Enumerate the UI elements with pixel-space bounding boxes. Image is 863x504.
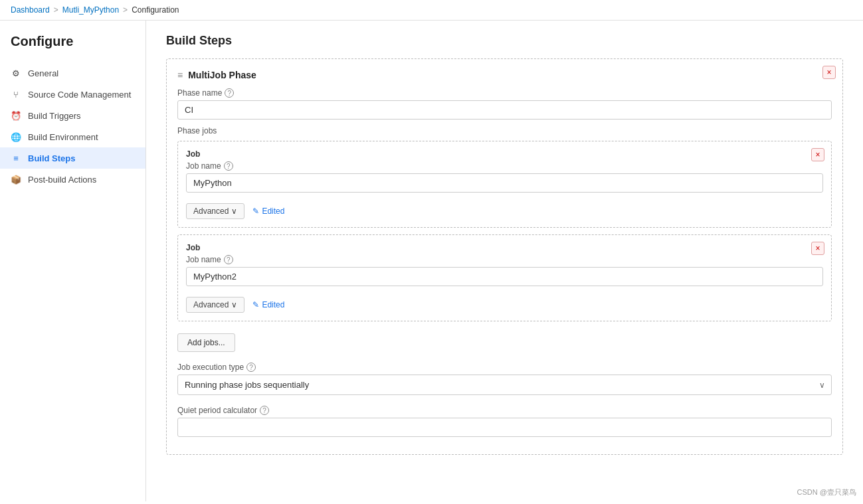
job2-edited-link[interactable]: ✎ Edited bbox=[252, 300, 284, 309]
job1-advanced-label: Advanced bbox=[193, 207, 229, 216]
phase-name-label: Phase name ? bbox=[177, 88, 832, 98]
job1-chevron-down-icon: ∨ bbox=[231, 207, 237, 216]
job2-advanced-label: Advanced bbox=[193, 300, 229, 309]
sidebar-item-build-triggers-label: Build Triggers bbox=[28, 111, 80, 121]
breadcrumb-sep-2: > bbox=[123, 5, 128, 15]
job1-title: Job bbox=[186, 149, 823, 159]
drag-icon: ≡ bbox=[177, 70, 183, 80]
job2-close-button[interactable]: × bbox=[811, 242, 824, 255]
breadcrumb-current: Configuration bbox=[132, 5, 179, 15]
job2-name-help-icon[interactable]: ? bbox=[224, 255, 233, 264]
phase-label: MultiJob Phase bbox=[188, 70, 256, 80]
job1-edited-label: Edited bbox=[262, 207, 284, 216]
quiet-period-label: Quiet period calculator ? bbox=[177, 406, 832, 415]
quiet-period-input[interactable] bbox=[177, 418, 832, 437]
execution-type-help-icon[interactable]: ? bbox=[246, 363, 256, 372]
sidebar-title: Configure bbox=[0, 34, 145, 62]
sidebar-item-build-environment-label: Build Environment bbox=[28, 132, 98, 142]
job2-name-label: Job name ? bbox=[186, 255, 823, 264]
sidebar-item-general-label: General bbox=[28, 68, 58, 78]
execution-type-select-wrapper: Running phase jobs sequentially Running … bbox=[177, 375, 832, 395]
breadcrumb: Dashboard > Mutli_MyPython > Configurati… bbox=[0, 0, 863, 21]
branch-icon: ⑂ bbox=[11, 89, 21, 100]
job2-title: Job bbox=[186, 243, 823, 252]
job1-close-button[interactable]: × bbox=[811, 148, 824, 161]
quiet-period-help-icon[interactable]: ? bbox=[260, 406, 269, 415]
quiet-period-section: Quiet period calculator ? bbox=[177, 406, 832, 444]
sidebar-item-build-triggers[interactable]: ⏰ Build Triggers bbox=[0, 105, 145, 126]
sidebar-item-build-environment[interactable]: 🌐 Build Environment bbox=[0, 126, 145, 147]
clock-icon: ⏰ bbox=[11, 110, 21, 121]
sidebar-item-post-build-label: Post-build Actions bbox=[28, 175, 96, 185]
phase-name-input[interactable] bbox=[177, 100, 832, 120]
section-title: Build Steps bbox=[166, 34, 843, 48]
job1-edited-link[interactable]: ✎ Edited bbox=[252, 207, 284, 216]
phase-close-button[interactable]: × bbox=[822, 66, 836, 79]
job-card-1: × Job Job name ? Advanced ∨ ✎ Edited bbox=[177, 141, 832, 228]
sidebar-item-build-steps-label: Build Steps bbox=[28, 153, 76, 163]
job1-name-help-icon[interactable]: ? bbox=[224, 161, 233, 171]
execution-type-label: Job execution type ? bbox=[177, 363, 832, 372]
breadcrumb-project[interactable]: Mutli_MyPython bbox=[62, 5, 119, 15]
phase-card: ≡ MultiJob Phase × Phase name ? Phase jo… bbox=[166, 58, 843, 455]
gear-icon: ⚙ bbox=[11, 68, 21, 78]
phase-header: ≡ MultiJob Phase bbox=[177, 70, 832, 80]
phase-jobs-label: Phase jobs bbox=[177, 126, 832, 135]
breadcrumb-dashboard[interactable]: Dashboard bbox=[11, 5, 50, 15]
main-content: Build Steps ≡ MultiJob Phase × Phase nam… bbox=[146, 21, 863, 501]
execution-section: Job execution type ? Running phase jobs … bbox=[177, 363, 832, 395]
sidebar-item-source-code-label: Source Code Management bbox=[28, 90, 131, 100]
job1-name-input[interactable] bbox=[186, 173, 823, 193]
sidebar-item-build-steps[interactable]: ≡ Build Steps bbox=[0, 147, 145, 169]
sidebar-item-post-build[interactable]: 📦 Post-build Actions bbox=[0, 169, 145, 190]
job2-name-input[interactable] bbox=[186, 267, 823, 286]
sidebar: Configure ⚙ General ⑂ Source Code Manage… bbox=[0, 21, 146, 501]
job1-pencil-icon: ✎ bbox=[252, 207, 259, 216]
job2-chevron-down-icon: ∨ bbox=[231, 300, 237, 309]
job1-name-label: Job name ? bbox=[186, 161, 823, 171]
watermark: CSDN @壹只菜鸟 bbox=[797, 487, 856, 497]
job2-advanced-button[interactable]: Advanced ∨ bbox=[186, 297, 244, 313]
execution-type-select[interactable]: Running phase jobs sequentially Running … bbox=[177, 375, 832, 395]
job2-advanced-row: Advanced ∨ ✎ Edited bbox=[186, 297, 823, 313]
job1-advanced-button[interactable]: Advanced ∨ bbox=[186, 203, 244, 219]
package-icon: 📦 bbox=[11, 174, 21, 185]
sidebar-item-general[interactable]: ⚙ General bbox=[0, 62, 145, 84]
job1-advanced-row: Advanced ∨ ✎ Edited bbox=[186, 203, 823, 219]
job2-edited-label: Edited bbox=[262, 300, 284, 309]
sidebar-item-source-code[interactable]: ⑂ Source Code Management bbox=[0, 84, 145, 105]
phase-name-help-icon[interactable]: ? bbox=[225, 88, 234, 98]
add-jobs-button[interactable]: Add jobs... bbox=[177, 333, 235, 352]
job2-pencil-icon: ✎ bbox=[252, 300, 259, 309]
breadcrumb-sep-1: > bbox=[54, 5, 58, 15]
list-icon: ≡ bbox=[11, 153, 21, 163]
globe-icon: 🌐 bbox=[11, 131, 21, 142]
job-card-2: × Job Job name ? Advanced ∨ ✎ Edited bbox=[177, 234, 832, 321]
